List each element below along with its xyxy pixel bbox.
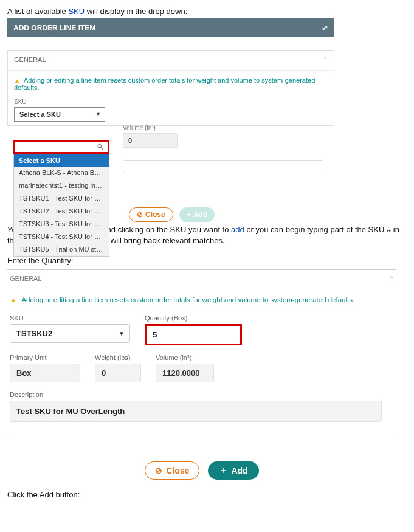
intro-prefix: A list of available: [7, 7, 68, 16]
action-buttons-large: ⊘ Close ＋ Add: [7, 437, 396, 489]
quantity-label: Quantity (Box): [145, 314, 242, 322]
instruction-click-add: Click the Add button:: [7, 489, 408, 500]
sku-label: SKU: [14, 98, 328, 105]
sku-label-2: SKU: [10, 314, 130, 322]
volume-value: 0: [123, 133, 178, 148]
chevron-up-icon[interactable]: ˄: [323, 56, 328, 65]
quantity-input[interactable]: 5: [145, 324, 242, 345]
dropdown-item[interactable]: TSTSKU1 - Test SKU for MU St...: [14, 192, 109, 205]
panel-header: GENERAL ˄: [8, 51, 334, 71]
dropdown-item[interactable]: TSTSKU2 - Test SKU for MU O...: [14, 205, 109, 218]
action-buttons-small: ⊘ Close + Add: [129, 207, 215, 222]
chevron-down-icon: ▼: [119, 330, 125, 337]
primary-unit-label: Primary Unit: [10, 354, 80, 361]
expand-icon[interactable]: ⤢: [322, 23, 328, 32]
description-placeholder: [123, 160, 323, 173]
volume-label: Volume (in³): [123, 125, 178, 131]
close-button-lg[interactable]: ⊘ Close: [145, 461, 199, 480]
dropdown-item[interactable]: TSTSKU3 - Test SKU for MU O...: [14, 218, 109, 230]
sku-select[interactable]: Select a SKU ▼: [14, 107, 105, 122]
intro-text: A list of available SKU will display in …: [7, 6, 408, 17]
sku-select-text: Select a SKU: [19, 111, 61, 118]
search-icon: 🔍︎: [97, 143, 104, 151]
sku-link[interactable]: SKU: [68, 7, 85, 16]
prohibit-icon: ⊘: [155, 466, 162, 475]
panel-header-2: GENERAL ˄: [7, 270, 396, 289]
volume-field: Volume (in³) 0: [123, 125, 178, 148]
prohibit-icon: ⊘: [137, 210, 143, 219]
dropdown-item[interactable]: Athena BLK-S - Athena BLK-S: [14, 167, 109, 179]
general-panel: GENERAL ˄ Adding or editing a line item …: [7, 50, 334, 126]
panel-title-2: GENERAL: [10, 275, 42, 284]
close-label-lg: Close: [166, 466, 189, 475]
chevron-up-icon[interactable]: ˄: [390, 275, 394, 284]
dropdown-item[interactable]: TSTSKU5 - Trial on MU storag...: [14, 243, 109, 256]
intro-suffix: will display in the drop down:: [85, 7, 187, 16]
dropdown-selected[interactable]: Select a SKU: [14, 154, 109, 167]
weight-label: Weight (lbs): [95, 354, 141, 361]
modal-title: ADD ORDER LINE ITEM: [13, 24, 95, 32]
screenshot-quantity-entered: GENERAL ˄ Adding or editing a line item …: [7, 269, 396, 489]
sku-dropdown-open: 🔍︎ Select a SKU Athena BLK-S - Athena BL…: [13, 140, 109, 257]
modal-header: ADD ORDER LINE ITEM ⤢: [7, 18, 334, 37]
primary-unit-value: Box: [10, 364, 80, 382]
sku-select-2[interactable]: TSTSKU2 ▼: [10, 324, 130, 343]
sku-value-2: TSTSKU2: [16, 329, 52, 338]
description-label: Description: [10, 391, 394, 398]
close-button[interactable]: ⊘ Close: [129, 207, 173, 222]
warning-text: Adding or editing a line item resets cus…: [8, 71, 334, 96]
panel-title: GENERAL: [14, 56, 46, 65]
add-button-lg[interactable]: ＋ Add: [208, 461, 258, 480]
warning-text-2: Adding or editing a line item resets cus…: [7, 289, 396, 314]
volume-value-2: 1120.0000: [156, 364, 214, 382]
volume-label-2: Volume (in³): [156, 354, 214, 361]
description-value: Test SKU for MU OverLength: [10, 401, 382, 422]
add-label: Add: [193, 210, 207, 219]
dropdown-search-input[interactable]: 🔍︎: [13, 140, 109, 154]
chevron-down-icon: ▼: [95, 111, 101, 117]
plus-icon: ＋: [219, 465, 227, 476]
instruction-quantity: Enter the Quantity:: [7, 255, 408, 266]
add-link[interactable]: add: [231, 225, 244, 234]
dropdown-item[interactable]: TSTSKU4 - Test SKU for MU O...: [14, 230, 109, 243]
dropdown-item[interactable]: marinatechtst1 - testing inne...: [14, 179, 109, 192]
screenshot-add-order-line-item: ADD ORDER LINE ITEM ⤢ GENERAL ˄ Adding o…: [7, 18, 334, 224]
plus-icon: +: [187, 210, 191, 219]
close-label: Close: [145, 210, 165, 219]
weight-value: 0: [95, 364, 141, 382]
add-button-disabled: + Add: [179, 207, 215, 222]
add-label-lg: Add: [231, 466, 247, 475]
